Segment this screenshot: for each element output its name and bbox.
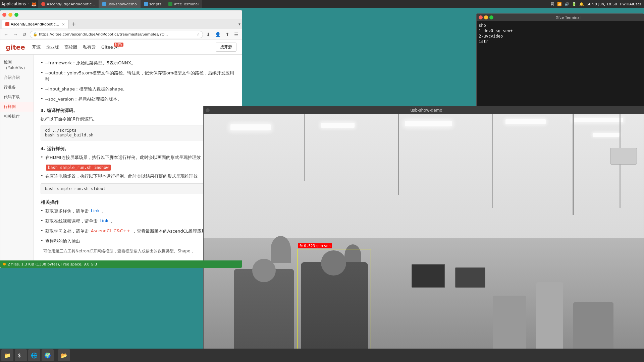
nav-private[interactable]: 私有云 xyxy=(83,44,96,50)
taskbar-files-btn[interactable]: 📁 xyxy=(1,349,13,361)
bookmark-icon[interactable]: ☆ xyxy=(197,32,200,37)
terminal-min-btn[interactable] xyxy=(484,15,488,19)
terminal-line-0: sho xyxy=(479,23,642,28)
link-ascendcl[interactable]: AscendCL C&C++ xyxy=(91,228,130,234)
bottom-taskbar: 📁 $_ 🌐 🌍 📂 xyxy=(0,349,644,362)
terminal-window: Xfce Terminal sho 1-dev0_sq_sen+ 2-uvcvi… xyxy=(476,13,644,107)
wall-divider-1 xyxy=(304,114,305,181)
demo-close-btn[interactable] xyxy=(206,108,210,112)
volume-icon: 🔊 xyxy=(565,2,569,6)
demo-window: usb-show-demo xyxy=(203,106,644,362)
browser-close-btn[interactable] xyxy=(2,13,6,17)
monitor-1 xyxy=(412,264,445,288)
wall-divider-4 xyxy=(573,114,574,215)
terminal-line-3: istr xyxy=(479,39,642,44)
taskbar-browser-btn[interactable]: 🌐 xyxy=(28,349,40,361)
stdout-cmd: bash sample_run.sh stdout xyxy=(45,186,106,191)
right-area xyxy=(493,226,627,349)
param-output: --output：yolov5s.om模型文件的路径。请注意，记录保存该om模型… xyxy=(41,70,235,82)
ac-unit xyxy=(610,148,637,165)
status-text: 2 files: 1.3 KiB (1338 bytes), Free spac… xyxy=(8,262,97,266)
sidebar-item-download[interactable]: 代码下载 xyxy=(0,92,34,102)
terminal-titlebar: Xfce Terminal xyxy=(477,14,644,21)
browser-tab-add[interactable]: + xyxy=(70,20,77,28)
detected-person: 0:0.523:person xyxy=(301,262,368,349)
taskbar-tab-usb[interactable]: usb-show-demo xyxy=(99,0,141,8)
sidebar-item-run[interactable]: 行样例 xyxy=(0,102,34,112)
nav-college[interactable]: 高校版 xyxy=(64,44,77,50)
browser-tab-close[interactable]: × xyxy=(62,22,65,26)
gitee-logo: gitee xyxy=(6,43,25,51)
demo-window-title: usb-show-demo xyxy=(211,108,642,113)
taskbar-terminal-btn[interactable]: $_ xyxy=(15,349,27,361)
sidebar-item-prepare[interactable]: 行准备 xyxy=(0,82,34,92)
nav-gitee-ai[interactable]: Gitee AI NEW xyxy=(101,45,119,50)
terminal-close-btn[interactable] xyxy=(479,15,483,19)
forward-button[interactable]: → xyxy=(12,31,19,38)
reload-button[interactable]: ↺ xyxy=(21,31,28,38)
taskbar-folder-btn[interactable]: 📂 xyxy=(58,349,70,361)
xfce-tab-label: Xfce Terminal xyxy=(174,2,199,6)
taskbar-tab-terminal[interactable]: Xfce Terminal xyxy=(165,0,202,8)
taskbar-globe-btn[interactable]: 🌍 xyxy=(42,349,54,361)
share-icon[interactable]: ⬆ xyxy=(224,31,231,38)
person-left xyxy=(234,269,294,349)
param-soc-version: --soc_version：昇腾AI处理器的版本。 xyxy=(41,96,235,102)
ceiling-light-4 xyxy=(505,119,546,124)
file-manager-status: 2 files: 1.3 KiB (1338 bytes), Free spac… xyxy=(0,260,242,268)
browser-max-btn[interactable] xyxy=(14,13,18,17)
equipment-right xyxy=(573,302,613,349)
browser-tab[interactable]: Ascend/EdgeAndRobotic... × xyxy=(2,20,69,28)
param-framework: --framework：原始框架类型。5表示ONNX。 xyxy=(41,60,235,66)
new-badge: NEW xyxy=(114,43,123,47)
download-icon[interactable]: ⬇ xyxy=(205,31,212,38)
back-button[interactable]: ← xyxy=(2,31,10,38)
input-method-icon: 网 xyxy=(551,2,554,7)
ceiling-light-6 xyxy=(593,133,620,137)
ceiling-light-5 xyxy=(573,118,623,122)
terminal-tab-icon xyxy=(168,2,172,6)
ceiling-light-2 xyxy=(321,123,355,128)
sidebar: 检测（YoloV5s） 介绍介绍 行准备 代码下载 行样例 相关操作 xyxy=(0,55,34,268)
nav-enterprise[interactable]: 企业版 xyxy=(46,44,59,50)
ceiling-light-3 xyxy=(405,121,452,126)
datetime: Sun 9 Jun, 18:50 xyxy=(587,2,617,6)
sidebar-item-related[interactable]: 相关操作 xyxy=(0,112,34,121)
highlight-command: bash sample_run.sh imshow xyxy=(46,165,111,171)
wall-divider-3 xyxy=(492,114,493,208)
wifi-icon: 📶 xyxy=(557,2,562,6)
browser-titlebar xyxy=(0,10,242,19)
sidebar-item-intro[interactable]: 介绍介绍 xyxy=(0,73,34,82)
usb-tab-icon xyxy=(102,2,106,6)
top-taskbar: Applications · 🦊 Ascend/EdgeAndRobotic..… xyxy=(0,0,644,8)
gitee-header: gitee 开源 企业版 高校版 私有云 Gitee AI NEW 接开源 xyxy=(0,40,242,55)
user-icon[interactable]: 👤 xyxy=(214,31,222,38)
taskbar-tab-scripts[interactable]: scripts xyxy=(141,0,165,8)
battery-icon: 🔋 xyxy=(572,2,577,6)
nav-opensource[interactable]: 开源 xyxy=(32,44,41,50)
menu-icon[interactable]: ☰ xyxy=(233,31,240,38)
gitee-nav: 开源 企业版 高校版 私有云 Gitee AI NEW xyxy=(32,44,119,50)
tab-menu-icon: ▾ xyxy=(238,22,240,26)
sidebar-item-yolo[interactable]: 检测（YoloV5s） xyxy=(0,57,34,73)
applications-menu[interactable]: Applications xyxy=(1,2,26,6)
scripts-tab-icon xyxy=(144,2,148,6)
terminal-line-2: 2-uvcvideo xyxy=(479,34,642,39)
taskbar-right: 网 📶 🔊 🔋 🔔 Sun 9 Jun, 18:50 HwHiAiUser xyxy=(551,2,644,7)
address-bar[interactable]: 🔒 https://gitee.com/ascend/EdgeAndRoboti… xyxy=(30,31,203,38)
terminal-line-1: 1-dev0_sq_sen+ xyxy=(479,28,642,33)
notification-icon: 🔔 xyxy=(579,2,584,6)
browser-toolbar: ← → ↺ 🔒 https://gitee.com/ascend/EdgeAnd… xyxy=(0,29,242,40)
link-videos[interactable]: Link xyxy=(100,218,109,224)
browser-tab-bar: Ascend/EdgeAndRobotic... × + ▾ xyxy=(0,19,242,29)
usb-tab-label: usb-show-demo xyxy=(108,2,137,6)
link-samples[interactable]: Link xyxy=(91,208,100,214)
browser-min-btn[interactable] xyxy=(8,13,12,17)
connect-btn[interactable]: 接开源 xyxy=(216,43,236,52)
terminal-max-btn[interactable] xyxy=(489,15,493,19)
monitor-2 xyxy=(455,267,485,288)
taskbar-divider xyxy=(56,350,56,360)
gitee-tab-icon xyxy=(41,2,45,6)
taskbar-tab-gitee[interactable]: Ascend/EdgeAndRobotic... xyxy=(38,0,99,8)
code-line-2: bash sample_build.sh xyxy=(45,133,231,137)
